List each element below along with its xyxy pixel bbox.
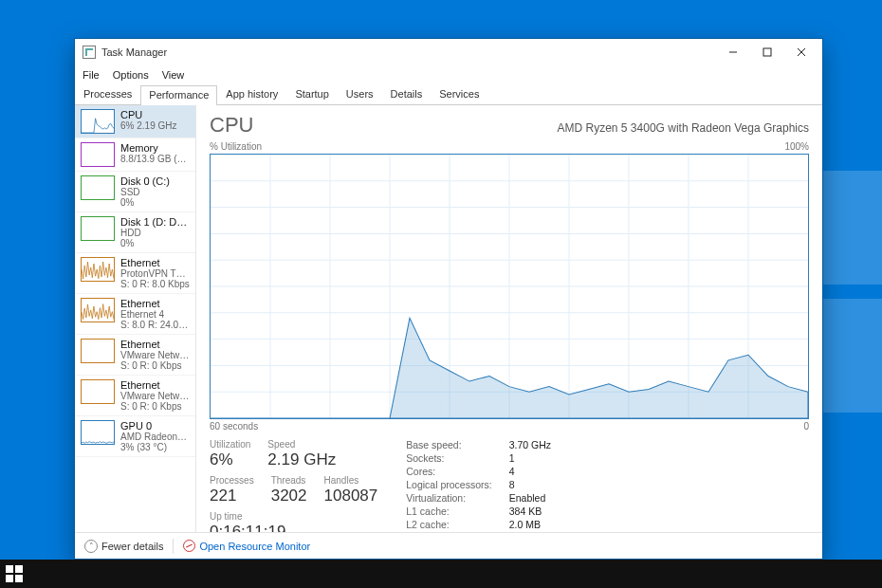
maximize-button[interactable] [750,41,784,64]
tab-app-history[interactable]: App history [217,84,286,104]
info-key: Virtualization: [406,492,491,504]
threads-value: 3202 [271,487,307,505]
utilization-value: 6% [210,450,250,469]
menu-options[interactable]: Options [113,69,149,81]
svg-rect-1 [763,48,771,56]
y-axis-max: 100% [784,141,809,152]
thumbnail [81,216,115,241]
stats: Utilization6% Speed2.19 GHz Processes221… [210,439,809,532]
sidebar-item-sub: S: 0 R: 8.0 Kbps [120,279,190,289]
sidebar-item-sub: Ethernet 4 [120,309,190,320]
menu-file[interactable]: File [83,69,100,81]
open-resource-monitor-link[interactable]: Open Resource Monitor [183,540,310,552]
handles-label: Handles [324,475,378,486]
sidebar-item-sub: 8.8/13.9 GB (63%) [120,154,190,164]
info-value: 4 [509,466,551,477]
speed-value: 2.19 GHz [267,450,336,469]
thumbnail [81,339,115,363]
taskbar[interactable] [0,560,882,588]
tabs: Processes Performance App history Startu… [75,84,822,105]
footer: ˄ Fewer details Open Resource Monitor [75,532,822,559]
sidebar[interactable]: CPU6% 2.19 GHzMemory8.8/13.9 GB (63%)Dis… [75,105,196,532]
menu-view[interactable]: View [162,69,185,81]
threads-label: Threads [271,475,307,486]
thumbnail [81,420,115,445]
sidebar-item-title: Disk 1 (D: D: D:) [120,216,190,228]
page-title: CPU [210,113,253,138]
sidebar-item-sub: VMware Network ... [120,391,190,401]
titlebar[interactable]: Task Manager [75,39,822,65]
info-value: 3.70 GHz [509,439,551,450]
window-title: Task Manager [101,46,167,58]
info-key: L1 cache: [406,505,491,517]
tab-startup[interactable]: Startup [286,84,337,104]
tab-users[interactable]: Users [338,84,382,104]
close-button[interactable] [784,41,818,64]
minimize-button[interactable] [716,41,750,64]
sidebar-item-sub: S: 8.0 R: 24.0 Kbps [120,320,190,330]
sidebar-item-title: Disk 0 (C:) [120,175,170,187]
x-axis-right: 0 [803,421,809,432]
sidebar-item-disk-1-d-d-d-[interactable]: Disk 1 (D: D: D:)HDD0% [75,212,195,253]
chevron-up-icon: ˄ [84,540,98,553]
sidebar-item-sub: HDD [120,228,190,238]
info-value: Enabled [509,492,551,504]
sidebar-item-ethernet[interactable]: EthernetVMware Network ...S: 0 R: 0 Kbps [75,335,195,376]
sidebar-item-ethernet[interactable]: EthernetVMware Network ...S: 0 R: 0 Kbps [75,376,195,416]
thumbnail [81,298,115,322]
thumbnail [81,175,115,200]
sidebar-item-title: Ethernet [120,298,190,309]
uptime-value: 0:16:11:19 [210,523,285,532]
menubar: File Options View [75,65,822,84]
info-value: 1 [509,452,551,464]
info-key: Cores: [406,466,491,477]
tab-processes[interactable]: Processes [75,84,140,104]
device-name: AMD Ryzen 5 3400G with Radeon Vega Graph… [558,121,809,135]
info-key: Base speed: [406,439,491,450]
utilization-label: Utilization [210,439,250,450]
info-key: Logical processors: [406,479,491,490]
cpu-info-list: Base speed:3.70 GHzSockets:1Cores:4Logic… [406,439,551,532]
sidebar-item-sub: AMD Radeon(TM) ... [120,432,190,442]
sidebar-item-title: GPU 0 [120,420,190,432]
thumbnail [81,109,115,134]
processes-label: Processes [210,475,254,486]
main-panel: CPU AMD Ryzen 5 3400G with Radeon Vega G… [196,105,822,532]
sidebar-item-title: CPU [120,109,176,120]
sidebar-item-sub: ProtonVPN TUN [120,268,190,279]
sidebar-item-title: Ethernet [120,257,190,268]
sidebar-item-sub: 0% [120,197,170,208]
thumbnail [81,142,115,167]
sidebar-item-title: Ethernet [120,379,190,391]
content-area: CPU6% 2.19 GHzMemory8.8/13.9 GB (63%)Dis… [75,105,822,532]
fewer-details-button[interactable]: ˄ Fewer details [84,540,163,553]
sidebar-item-sub: 6% 2.19 GHz [120,120,176,131]
info-key: L2 cache: [406,519,491,530]
info-value: 384 KB [509,505,551,517]
processes-value: 221 [210,487,254,505]
tab-details[interactable]: Details [382,84,432,104]
sidebar-item-gpu-0[interactable]: GPU 0AMD Radeon(TM) ...3% (33 °C) [75,416,195,457]
start-button[interactable] [6,565,23,582]
sidebar-item-sub: 0% [120,238,190,248]
thumbnail [81,257,115,282]
sidebar-item-title: Memory [120,142,190,154]
info-value: 2.0 MB [509,519,551,530]
sidebar-item-ethernet[interactable]: EthernetEthernet 4S: 8.0 R: 24.0 Kbps [75,294,195,335]
tab-services[interactable]: Services [431,84,487,104]
task-manager-window: Task Manager File Options View Processes… [74,38,823,560]
sidebar-item-title: Ethernet [120,339,190,350]
sidebar-item-disk-0-c-[interactable]: Disk 0 (C:)SSD0% [75,172,195,212]
sidebar-item-sub: VMware Network ... [120,350,190,360]
cpu-chart[interactable] [210,154,809,419]
sidebar-item-sub: 3% (33 °C) [120,442,190,452]
sidebar-item-cpu[interactable]: CPU6% 2.19 GHz [75,105,195,138]
tab-performance[interactable]: Performance [140,85,217,105]
sidebar-item-ethernet[interactable]: EthernetProtonVPN TUNS: 0 R: 8.0 Kbps [75,253,195,294]
sidebar-item-memory[interactable]: Memory8.8/13.9 GB (63%) [75,138,195,172]
x-axis-left: 60 seconds [210,421,258,432]
sidebar-item-sub: S: 0 R: 0 Kbps [120,360,190,371]
info-value: 8 [509,479,551,490]
sidebar-item-sub: S: 0 R: 0 Kbps [120,401,190,412]
speed-label: Speed [267,439,336,450]
